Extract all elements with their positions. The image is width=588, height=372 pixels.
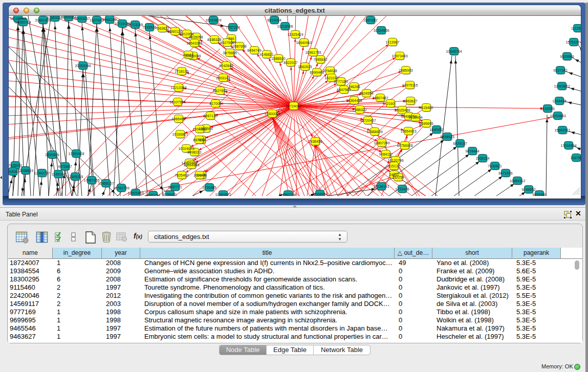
svg-text:1934962: 1934962: [192, 127, 206, 131]
svg-text:11156819: 11156819: [18, 169, 33, 172]
svg-text:8471676: 8471676: [498, 171, 512, 175]
svg-text:9777169: 9777169: [334, 80, 347, 83]
svg-text:7485003: 7485003: [399, 69, 412, 72]
svg-text:1621072: 1621072: [324, 76, 338, 80]
svg-text:1112904: 1112904: [571, 27, 581, 30]
svg-text:9084117: 9084117: [379, 152, 393, 156]
svg-text:16210643: 16210643: [550, 114, 565, 118]
svg-text:9329966: 9329966: [560, 55, 574, 58]
svg-text:10025438: 10025438: [394, 108, 410, 112]
svg-text:2718176: 2718176: [175, 70, 188, 73]
svg-text:16107554: 16107554: [169, 100, 185, 104]
svg-text:7663822: 7663822: [155, 27, 169, 30]
svg-text:1588520: 1588520: [271, 57, 285, 60]
svg-text:10024675: 10024675: [178, 147, 194, 150]
svg-text:10369872: 10369872: [215, 193, 231, 196]
svg-text:15751074: 15751074: [565, 40, 581, 44]
svg-text:7515526: 7515526: [142, 26, 156, 29]
svg-text:10994883: 10994883: [183, 163, 199, 167]
svg-text:12325419: 12325419: [287, 33, 303, 36]
svg-text:887833: 887833: [193, 138, 205, 142]
svg-text:9227342: 9227342: [553, 69, 567, 72]
svg-text:17359928: 17359928: [68, 152, 84, 156]
svg-text:9327508: 9327508: [220, 41, 234, 45]
svg-text:10654112: 10654112: [510, 179, 526, 183]
svg-text:10648784: 10648784: [446, 50, 462, 53]
svg-text:9115460: 9115460: [420, 106, 433, 110]
svg-text:9657771: 9657771: [168, 185, 182, 189]
svg-text:1527602: 1527602: [90, 18, 103, 22]
svg-text:817006: 817006: [209, 102, 221, 105]
svg-text:20364436: 20364436: [346, 99, 362, 102]
svg-text:10756928: 10756928: [397, 144, 412, 147]
svg-text:12213383: 12213383: [170, 86, 186, 90]
svg-text:17957255: 17957255: [83, 179, 99, 182]
svg-text:16543382: 16543382: [186, 41, 202, 45]
svg-text:116753: 116753: [571, 156, 581, 160]
svg-text:6897568: 6897568: [337, 88, 351, 92]
svg-text:15720407: 15720407: [360, 119, 376, 122]
svg-text:12093872: 12093872: [554, 84, 570, 88]
svg-text:18724007: 18724007: [286, 104, 301, 108]
svg-text:16154836: 16154836: [373, 29, 389, 32]
svg-text:16120746: 16120746: [387, 159, 403, 162]
svg-text:546: 546: [228, 37, 234, 40]
svg-text:8755681: 8755681: [163, 193, 177, 196]
svg-text:252254: 252254: [392, 176, 404, 179]
svg-text:12975115: 12975115: [402, 83, 418, 87]
svg-text:7625402: 7625402: [175, 173, 188, 177]
svg-text:98961: 98961: [183, 53, 193, 57]
svg-text:8322037: 8322037: [284, 61, 297, 64]
svg-text:9245652: 9245652: [521, 188, 535, 191]
svg-text:18807249: 18807249: [374, 141, 389, 145]
svg-text:2020656: 2020656: [45, 153, 59, 157]
svg-text:10973493: 10973493: [391, 54, 407, 58]
svg-text:12942737: 12942737: [34, 171, 50, 175]
svg-text:1145194: 1145194: [52, 172, 66, 176]
svg-text:1244415: 1244415: [552, 99, 566, 103]
svg-text:9975857: 9975857: [58, 165, 72, 168]
svg-text:9463627: 9463627: [403, 99, 417, 103]
svg-text:6479197: 6479197: [453, 142, 467, 145]
svg-text:9459480: 9459480: [532, 193, 546, 196]
svg-text:2935114: 2935114: [476, 157, 490, 160]
svg-text:16033809: 16033809: [205, 18, 221, 22]
svg-text:8454749: 8454749: [247, 49, 261, 52]
svg-text:8699695: 8699695: [419, 122, 433, 125]
svg-text:14960154: 14960154: [280, 193, 296, 196]
svg-text:6966160: 6966160: [102, 18, 116, 21]
svg-text:3875685: 3875685: [223, 51, 236, 55]
svg-text:1965498: 1965498: [171, 117, 185, 121]
svg-text:1362615: 1362615: [298, 65, 312, 69]
svg-text:12505115: 12505115: [68, 175, 83, 179]
svg-text:9242848: 9242848: [219, 64, 233, 68]
svg-text:2803144: 2803144: [216, 76, 230, 80]
svg-text:16782759: 16782759: [113, 186, 129, 190]
svg-text:20053346: 20053346: [75, 64, 91, 68]
svg-text:16713155: 16713155: [127, 23, 143, 27]
svg-text:2867608: 2867608: [232, 45, 246, 48]
svg-text:8938923: 8938923: [440, 135, 454, 139]
svg-text:19300025: 19300025: [264, 112, 280, 116]
svg-text:16140543: 16140543: [10, 17, 26, 20]
svg-text:8498222: 8498222: [187, 150, 201, 154]
svg-text:9938404: 9938404: [408, 116, 422, 119]
svg-text:19218506: 19218506: [277, 25, 293, 28]
svg-text:8990448: 8990448: [310, 71, 323, 74]
svg-text:1640952: 1640952: [429, 128, 443, 132]
svg-text:3716485: 3716485: [202, 186, 216, 189]
svg-text:2160: 2160: [386, 102, 395, 105]
svg-text:10807487: 10807487: [372, 96, 388, 100]
svg-text:10688609: 10688609: [366, 130, 382, 134]
svg-text:8215955: 8215955: [540, 107, 554, 111]
svg-text:16961755: 16961755: [305, 51, 321, 54]
svg-text:1733426: 1733426: [395, 187, 409, 191]
svg-text:1213967: 1213967: [385, 40, 399, 44]
svg-text:7986322: 7986322: [353, 108, 366, 112]
svg-text:8226058: 8226058: [189, 35, 203, 39]
svg-text:16640910: 16640910: [296, 41, 312, 45]
svg-text:9146821: 9146821: [259, 53, 273, 56]
svg-text:7357224: 7357224: [226, 26, 239, 29]
svg-text:8186328: 8186328: [207, 38, 221, 41]
svg-text:1938455: 1938455: [308, 140, 322, 143]
